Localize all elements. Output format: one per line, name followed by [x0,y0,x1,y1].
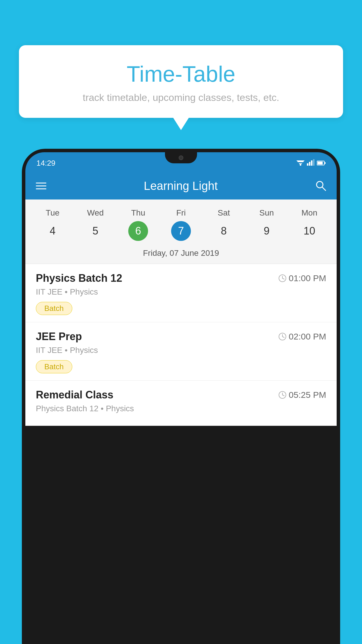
day-col[interactable]: Sun9 [257,208,277,241]
item-title: JEE Prep [36,330,82,343]
item-subtitle: Physics Batch 12 • Physics [36,404,326,413]
day-name: Tue [46,208,59,218]
day-number[interactable]: 8 [214,221,234,241]
wifi-icon [296,159,305,168]
day-col[interactable]: Fri7 [171,208,191,241]
day-number[interactable]: 4 [43,221,62,241]
calendar-section: Tue4Wed5Thu6Fri7Sat8Sun9Mon10 Friday, 07… [25,200,337,264]
days-row: Tue4Wed5Thu6Fri7Sat8Sun9Mon10 [25,205,337,244]
item-subtitle: IIT JEE • Physics [36,287,326,297]
day-col[interactable]: Sat8 [214,208,234,241]
day-name: Sat [218,208,230,218]
hamburger-line-1 [36,183,46,183]
item-title: Physics Batch 12 [36,272,122,284]
selected-date-label: Friday, 07 June 2019 [25,244,337,264]
front-camera [179,155,183,160]
speech-bubble: Time-Table track timetable, upcoming cla… [19,45,343,118]
hamburger-line-2 [36,186,46,186]
schedule-item[interactable]: Remedial Class 05:25 PMPhysics Batch 12 … [25,381,337,426]
speech-bubble-container: Time-Table track timetable, upcoming cla… [19,45,343,118]
item-subtitle: IIT JEE • Physics [36,346,326,355]
day-number[interactable]: 5 [85,221,105,241]
svg-line-15 [282,278,284,279]
svg-rect-6 [311,160,312,166]
schedule-item-header: JEE Prep 02:00 PM [36,330,326,343]
item-title: Remedial Class [36,389,113,401]
item-time: 01:00 PM [278,273,326,283]
clock-icon [278,391,287,399]
phone-outer: 14:29 [22,149,340,644]
schedule-item-header: Physics Batch 12 01:00 PM [36,272,326,284]
day-col[interactable]: Wed5 [85,208,105,241]
day-number[interactable]: 6 [128,221,148,241]
svg-line-12 [322,187,326,190]
hamburger-menu-button[interactable] [36,183,46,189]
item-time: 05:25 PM [278,390,326,400]
schedule-list: Physics Batch 12 01:00 PMIIT JEE • Physi… [25,264,337,426]
bubble-title: Time-Table [36,61,326,87]
schedule-item-header: Remedial Class 05:25 PM [36,389,326,401]
phone-frame: 14:29 [22,149,340,644]
svg-rect-9 [324,162,326,164]
batch-badge: Batch [36,360,72,373]
notch [165,152,197,163]
day-col[interactable]: Thu6 [128,208,148,241]
search-icon[interactable] [315,180,326,192]
signal-icon [307,159,314,168]
day-name: Thu [131,208,145,218]
day-name: Mon [301,208,317,218]
day-col[interactable]: Mon10 [299,208,319,241]
day-name: Wed [87,208,104,218]
batch-badge: Batch [36,302,72,315]
app-bar-title: Learning Light [144,179,218,192]
hamburger-line-3 [36,188,46,189]
battery-icon [317,159,326,168]
status-time: 14:29 [36,159,55,168]
bubble-subtitle: track timetable, upcoming classes, tests… [36,92,326,103]
day-col[interactable]: Tue4 [43,208,62,241]
day-number[interactable]: 7 [171,221,191,241]
day-number[interactable]: 10 [299,221,319,241]
day-name: Sun [259,208,274,218]
item-time: 02:00 PM [278,332,326,342]
day-name: Fri [176,208,186,218]
app-bar: Learning Light [25,172,337,200]
svg-rect-4 [307,163,308,166]
clock-icon [278,274,287,282]
schedule-item[interactable]: Physics Batch 12 01:00 PMIIT JEE • Physi… [25,264,337,322]
svg-rect-7 [313,159,314,166]
svg-line-18 [282,337,284,337]
day-number[interactable]: 9 [257,221,277,241]
clock-icon [278,332,287,341]
status-icons [296,159,326,168]
schedule-item[interactable]: JEE Prep 02:00 PMIIT JEE • PhysicsBatch [25,322,337,381]
svg-rect-5 [309,162,310,166]
phone-screen: 14:29 [25,152,337,644]
svg-rect-10 [317,162,323,164]
svg-line-21 [282,395,284,396]
